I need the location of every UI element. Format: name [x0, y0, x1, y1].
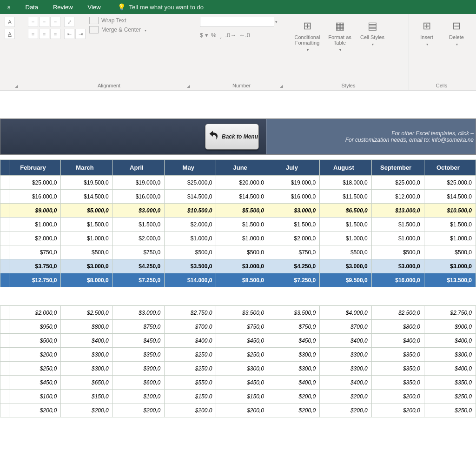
- data-cell[interactable]: $6.500,0: [320, 204, 371, 218]
- cell-styles-button[interactable]: ▤Cell Styles: [358, 17, 387, 48]
- data-cell[interactable]: $750,0: [112, 320, 164, 334]
- dialog-launcher-icon[interactable]: ◢: [187, 84, 190, 88]
- data-cell[interactable]: $3.500,0: [268, 306, 319, 320]
- data-cell[interactable]: $700,0: [165, 320, 216, 334]
- data-cell[interactable]: $2.500,0: [371, 306, 424, 320]
- data-cell[interactable]: $1.000,0: [9, 218, 61, 231]
- data-cell[interactable]: $450,0: [112, 334, 164, 348]
- data-cell[interactable]: $25.000,0: [371, 176, 424, 190]
- data-cell[interactable]: $750,0: [216, 320, 268, 334]
- data-cell[interactable]: $7.250,0: [268, 273, 319, 287]
- align-bottom-button[interactable]: ≡: [50, 17, 60, 27]
- data-cell[interactable]: $200,0: [371, 403, 424, 417]
- data-cell[interactable]: $400,0: [320, 376, 371, 390]
- data-cell[interactable]: $19.500,0: [61, 176, 112, 190]
- data-cell[interactable]: $16.000,0: [268, 190, 319, 204]
- data-cell[interactable]: $1.500,0: [424, 218, 476, 231]
- data-cell[interactable]: $100,0: [112, 390, 164, 403]
- wrap-text-button[interactable]: Wrap Text: [89, 17, 146, 24]
- data-cell[interactable]: $500,0: [9, 334, 61, 348]
- data-cell[interactable]: $200,0: [216, 403, 268, 417]
- month-header[interactable]: February: [9, 160, 61, 176]
- data-cell[interactable]: $100,0: [9, 390, 61, 403]
- data-cell[interactable]: $700,0: [320, 320, 371, 334]
- data-cell[interactable]: $16.000,0: [9, 190, 61, 204]
- row-leading-cell[interactable]: 0: [0, 204, 9, 218]
- data-cell[interactable]: $400,0: [268, 376, 319, 390]
- data-cell[interactable]: $5.000,0: [61, 204, 112, 218]
- data-cell[interactable]: $1.500,0: [61, 218, 112, 231]
- format-as-table-button[interactable]: ▦Format as Table: [325, 17, 354, 54]
- data-cell[interactable]: $16.000,0: [112, 190, 164, 204]
- increase-decimal-button[interactable]: .0→: [225, 32, 236, 39]
- month-header[interactable]: July: [268, 160, 319, 176]
- data-cell[interactable]: $3.000,0: [371, 259, 424, 273]
- data-cell[interactable]: $2.500,0: [61, 306, 112, 320]
- tell-me-search[interactable]: 💡 Tell me what you want to do: [118, 3, 204, 11]
- data-cell[interactable]: $1.500,0: [320, 218, 371, 231]
- data-cell[interactable]: $200,0: [61, 403, 112, 417]
- row-leading-cell[interactable]: 0: [0, 362, 9, 376]
- data-cell[interactable]: $3.000,0: [268, 204, 319, 218]
- row-leading-cell[interactable]: 0: [0, 245, 9, 259]
- data-cell[interactable]: $600,0: [112, 376, 164, 390]
- data-cell[interactable]: $14.000,0: [165, 273, 216, 287]
- align-left-button[interactable]: ≡: [28, 29, 38, 39]
- data-cell[interactable]: $300,0: [61, 348, 112, 362]
- align-right-button[interactable]: ≡: [50, 29, 60, 39]
- month-header[interactable]: June: [216, 160, 268, 176]
- data-cell[interactable]: $1.000,0: [216, 231, 268, 245]
- data-cell[interactable]: $8.000,0: [61, 273, 112, 287]
- increase-indent-button[interactable]: ⇥: [75, 29, 86, 39]
- data-cell[interactable]: $13.000,0: [371, 204, 424, 218]
- tab-review[interactable]: Review: [46, 0, 80, 14]
- data-cell[interactable]: $4.250,0: [112, 259, 164, 273]
- data-cell[interactable]: $250,0: [165, 348, 216, 362]
- row-leading-cell[interactable]: 0: [0, 390, 9, 403]
- row-leading-cell[interactable]: 0: [0, 218, 9, 231]
- data-cell[interactable]: $150,0: [61, 390, 112, 403]
- month-header[interactable]: September: [371, 160, 424, 176]
- row-leading-cell[interactable]: 0: [0, 376, 9, 390]
- data-cell[interactable]: $8.500,0: [216, 273, 268, 287]
- accounting-format-button[interactable]: $ ▾: [200, 32, 208, 39]
- data-cell[interactable]: $400,0: [320, 334, 371, 348]
- data-cell[interactable]: $3.000,0: [112, 204, 164, 218]
- row-leading-cell[interactable]: 0: [0, 334, 9, 348]
- data-cell[interactable]: $250,0: [424, 403, 476, 417]
- data-cell[interactable]: $13.500,0: [424, 273, 476, 287]
- data-cell[interactable]: $300,0: [112, 362, 164, 376]
- month-header[interactable]: August: [320, 160, 371, 176]
- data-cell[interactable]: $9.000,0: [9, 204, 61, 218]
- data-cell[interactable]: $3.500,0: [216, 306, 268, 320]
- data-cell[interactable]: $4.000,0: [320, 306, 371, 320]
- data-cell[interactable]: $2.750,0: [424, 306, 476, 320]
- month-header[interactable]: March: [61, 160, 112, 176]
- dialog-launcher-icon[interactable]: ◢: [280, 84, 283, 88]
- data-cell[interactable]: $1.500,0: [371, 218, 424, 231]
- data-cell[interactable]: $450,0: [216, 376, 268, 390]
- data-cell[interactable]: $750,0: [9, 245, 61, 259]
- data-cell[interactable]: $2.000,0: [165, 218, 216, 231]
- data-cell[interactable]: $200,0: [320, 390, 371, 403]
- data-cell[interactable]: $200,0: [371, 390, 424, 403]
- data-cell[interactable]: $900,0: [424, 320, 476, 334]
- data-cell[interactable]: $2.000,0: [9, 231, 61, 245]
- data-cell[interactable]: $20.000,0: [216, 176, 268, 190]
- data-cell[interactable]: $3.000,0: [216, 259, 268, 273]
- data-cell[interactable]: $18.000,0: [320, 176, 371, 190]
- data-cell[interactable]: $200,0: [9, 348, 61, 362]
- data-cell[interactable]: $500,0: [216, 245, 268, 259]
- data-cell[interactable]: $10.500,0: [424, 204, 476, 218]
- month-header[interactable]: October: [424, 160, 476, 176]
- data-cell[interactable]: $550,0: [165, 376, 216, 390]
- font-color-button[interactable]: A: [5, 29, 15, 39]
- tab-partial[interactable]: s: [0, 0, 18, 14]
- percent-format-button[interactable]: %: [211, 32, 217, 39]
- data-cell[interactable]: $650,0: [61, 376, 112, 390]
- align-center-button[interactable]: ≡: [39, 29, 49, 39]
- align-top-button[interactable]: ≡: [28, 17, 38, 27]
- data-cell[interactable]: $9.500,0: [320, 273, 371, 287]
- data-cell[interactable]: $750,0: [268, 320, 319, 334]
- data-cell[interactable]: $800,0: [61, 320, 112, 334]
